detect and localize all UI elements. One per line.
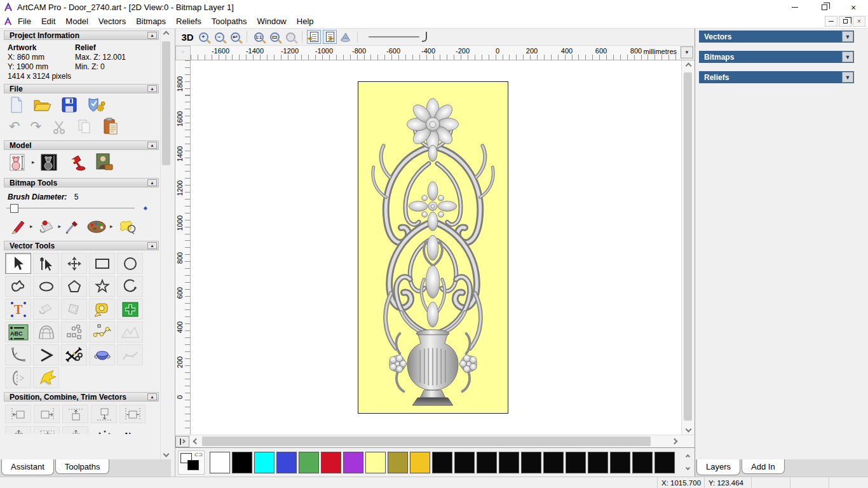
color-palette-button[interactable]: [86, 219, 107, 234]
palette-swatch[interactable]: [610, 452, 630, 473]
palette-swatch[interactable]: [477, 452, 497, 473]
model-size-black-button[interactable]: [40, 152, 58, 172]
palette-swatch[interactable]: [499, 452, 519, 473]
collapse-button[interactable]: ▲: [147, 242, 157, 249]
collapse-button[interactable]: ▲: [147, 393, 157, 400]
assistant-scrollbar[interactable]: [160, 29, 171, 459]
palette-swatch[interactable]: [254, 452, 275, 473]
flood-fill-button[interactable]: [36, 218, 55, 234]
node-editing-tool[interactable]: [33, 253, 59, 274]
align-top-tool[interactable]: [62, 405, 88, 423]
copy-button[interactable]: [77, 118, 92, 135]
palette-swatch[interactable]: [410, 452, 430, 473]
scrollbar-track[interactable]: [201, 436, 668, 447]
center-in-page-tool[interactable]: [5, 426, 31, 434]
palette-scroll-down-button[interactable]: [686, 464, 689, 473]
create-circle-tool[interactable]: [117, 253, 143, 274]
vector-doctor-tool[interactable]: [33, 367, 59, 388]
bitmap-to-vector-button[interactable]: [116, 218, 137, 234]
new-model-button[interactable]: [9, 96, 24, 114]
trim-vectors-tool[interactable]: [61, 344, 87, 365]
smooth-curve-tool[interactable]: [117, 344, 143, 365]
zoom-in-button[interactable]: +: [196, 30, 210, 44]
scroll-down-button[interactable]: [161, 449, 171, 459]
create-ellipse-tool[interactable]: [33, 276, 59, 297]
envelope-distortion-tool[interactable]: [33, 322, 59, 342]
collapse-button[interactable]: ▲: [147, 179, 157, 186]
file-section-header[interactable]: File ▲: [4, 84, 159, 93]
measure-tool[interactable]: [89, 299, 115, 320]
menu-toolpaths[interactable]: Toolpaths: [207, 15, 252, 29]
create-star-tool[interactable]: [89, 276, 115, 297]
dock-assistant-right-button[interactable]: ▶: [323, 30, 337, 44]
create-arc-tool[interactable]: [117, 276, 143, 297]
scroll-right-button[interactable]: [669, 436, 679, 447]
child-restore-button[interactable]: [839, 16, 851, 27]
expand-button[interactable]: ▼: [842, 72, 853, 83]
vectors-section-bar[interactable]: Vectors ▼: [699, 30, 854, 43]
canvas-vertical-scrollbar[interactable]: [681, 60, 695, 435]
canvas-horizontal-scrollbar[interactable]: [175, 435, 695, 447]
palette-swatch[interactable]: [276, 452, 297, 473]
zoom-out-button[interactable]: −: [212, 30, 226, 44]
close-button[interactable]: ×: [839, 0, 868, 15]
view-3d-button[interactable]: 3D: [180, 30, 194, 44]
collapse-button[interactable]: ▲: [147, 142, 157, 149]
scroll-down-button[interactable]: [682, 424, 695, 435]
menu-bitmaps[interactable]: Bitmaps: [131, 15, 171, 29]
collapse-button[interactable]: ▲: [147, 85, 157, 92]
bitmaps-section-bar[interactable]: Bitmaps ▼: [699, 51, 854, 63]
fillet-tool[interactable]: [5, 344, 31, 365]
ruler-unit-button[interactable]: ▼: [681, 46, 693, 58]
palette-swatch[interactable]: [454, 452, 475, 473]
menu-model[interactable]: Model: [60, 15, 93, 29]
child-close-button[interactable]: ×: [853, 16, 865, 27]
paste-special-tool[interactable]: [117, 299, 143, 320]
restore-button[interactable]: [810, 0, 839, 15]
paste-in-position-tool[interactable]: [62, 426, 88, 434]
bitmap-tools-header[interactable]: Bitmap Tools ▲: [4, 178, 159, 187]
slider-track[interactable]: [6, 208, 135, 208]
tab-layers[interactable]: Layers: [696, 459, 740, 475]
palette-swatch[interactable]: [521, 452, 541, 473]
lighting-button[interactable]: [68, 153, 86, 171]
colour-indicator[interactable]: ⊂⊃: [178, 451, 205, 475]
palette-swatch[interactable]: [588, 452, 608, 473]
zoom-objects-button[interactable]: [283, 30, 297, 44]
scroll-up-button[interactable]: [161, 29, 171, 39]
expand-button[interactable]: ▼: [842, 51, 853, 62]
palette-swatch[interactable]: [232, 452, 252, 473]
palette-swatch[interactable]: [365, 452, 386, 473]
create-polygon-tool[interactable]: [61, 276, 87, 297]
free-relief-tool[interactable]: [117, 322, 143, 342]
menu-edit[interactable]: Edit: [36, 15, 60, 29]
offset-vectors-tool[interactable]: [61, 299, 87, 320]
menu-help[interactable]: Help: [292, 15, 319, 29]
preview-relief-button[interactable]: [339, 30, 353, 44]
palette-swatch[interactable]: [321, 452, 341, 473]
palette-swatch[interactable]: [654, 452, 675, 473]
scrollbar-thumb[interactable]: [202, 437, 651, 446]
save-model-button[interactable]: [61, 97, 78, 113]
paste-button[interactable]: [102, 118, 119, 135]
scroll-up-button[interactable]: [682, 60, 695, 71]
menu-file[interactable]: File: [13, 15, 36, 29]
reliefs-section-bar[interactable]: Reliefs ▼: [699, 71, 854, 83]
cut-button[interactable]: [51, 119, 67, 134]
align-bottom-tool[interactable]: [91, 405, 117, 423]
scrollbar-thumb[interactable]: [162, 41, 170, 165]
ruler-corner-button[interactable]: ⁘: [175, 46, 191, 60]
align-left-tool[interactable]: [5, 405, 31, 423]
preferences-button[interactable]: [86, 96, 105, 114]
palette-swatch[interactable]: [432, 452, 452, 473]
fill-vectors-tool[interactable]: [33, 299, 59, 320]
undo-button[interactable]: ↶: [9, 120, 20, 133]
brush-diameter-slider[interactable]: ◆: [6, 204, 153, 213]
menu-reliefs[interactable]: Reliefs: [171, 15, 207, 29]
select-vectors-tool[interactable]: [5, 253, 31, 274]
text-block-tool[interactable]: ABC: [5, 322, 31, 342]
scroll-left-button[interactable]: [191, 436, 201, 447]
center-horizontal-tool[interactable]: [119, 405, 146, 423]
zoom-fit-button[interactable]: ▭: [268, 30, 281, 44]
tab-toolpaths[interactable]: Toolpaths: [55, 459, 110, 474]
